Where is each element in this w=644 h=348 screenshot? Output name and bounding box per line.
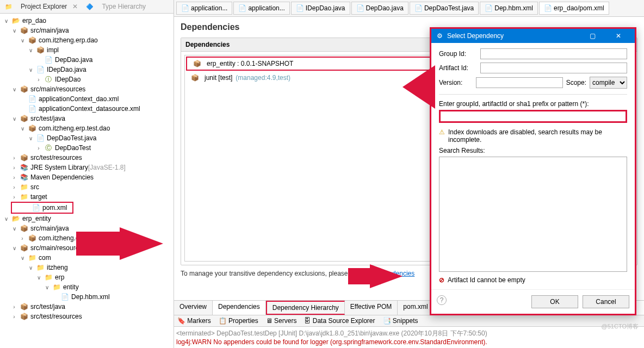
project-explorer-panel: 📁 Project Explorer ✕ 🔷 Type Hierarchy ∨📂… [0,0,174,348]
tree-file-depdaotest-java[interactable]: ∨📄DepDaoTest.java [0,133,174,143]
tree-src-main-java[interactable]: ∨📦src/main/java [0,26,174,35]
tab-project-explorer[interactable]: Project Explorer [21,3,67,10]
sidebar-tabs: 📁 Project Explorer ✕ 🔷 Type Hierarchy [0,0,174,14]
error-text: Artifact Id cannot be empty [448,276,525,284]
console-header: <terminated> DepDaoTest.testDep [JUnit] … [176,329,642,338]
tree-entity-src-test-res[interactable]: ›📦src/test/resources [0,312,174,321]
type-hierarchy-icon: 🔷 [85,2,94,11]
error-icon: ⊘ [439,276,444,284]
jar-icon: 📦 [190,73,199,82]
label-results: Search Results: [439,147,627,154]
eclipse-icon: ⚙ [437,32,443,40]
select-dependency-dialog: ⚙ Select Dependency ▢ ✕ Group Id: Artifa… [430,27,636,315]
tab-application1[interactable]: 📄application... [176,2,232,15]
package-explorer-icon: 📁 [4,2,13,11]
tree-file-pom[interactable]: 📄pom.xml [11,202,73,214]
view-dse[interactable]: 🗄 Data Source Explorer [304,317,375,325]
label-search: Enter groupId, artifactId or sha1 prefix… [439,100,627,108]
warning-text: Index downloads are disabled, search res… [448,128,627,144]
search-input[interactable] [441,111,626,121]
cancel-button[interactable]: Cancel [583,295,629,308]
tree-folder-erp[interactable]: ∨📁erp [0,272,174,282]
btab-dependency-hierarchy[interactable]: Dependency Hierarchy [266,301,345,315]
tab-dep-hbm[interactable]: 📄Dep.hbm.xml [480,2,538,15]
dialog-title-bar[interactable]: ⚙ Select Dependency ▢ ✕ [431,29,635,43]
tab-idepdao[interactable]: 📄IDepDao.java [291,2,350,15]
tree-pkg-dao[interactable]: ∨📦com.itzheng.erp.dao [0,35,174,45]
tree-maven-deps[interactable]: ›📚Maven Dependencies [0,172,174,182]
label-version: Version: [439,79,473,86]
view-markers[interactable]: 🔖 Markers [177,317,211,325]
close-icon[interactable]: ✕ [608,32,629,40]
tree-project-erp-entity[interactable]: ∨📂erp_entity [0,214,174,223]
tree-pkg-impl[interactable]: ∨📦impl [0,45,174,55]
search-results-list[interactable] [439,157,627,272]
tree-file-appctx-ds[interactable]: 📄applicationContext_datasource.xml [0,104,174,114]
tree-file-appctx-dao[interactable]: 📄applicationContext_dao.xml [0,94,174,104]
tree-src-test-java[interactable]: ∨📦src/test/java [0,114,174,123]
tab-type-hierarchy[interactable]: Type Hierarchy [102,3,146,10]
bottom-views-bar: 🔖 Markers 📋 Properties 🖥 Servers 🗄 Data … [174,315,644,326]
console-view: <terminated> DepDaoTest.testDep [JUnit] … [174,326,644,348]
tree-class-depdaotest[interactable]: ›ⒸDepDaoTest [0,143,174,153]
ok-button[interactable]: OK [531,295,578,308]
input-version[interactable] [476,77,563,88]
tab-pom-xml[interactable]: 📄erp_dao/pom.xml [539,2,609,15]
btab-overview[interactable]: Overview [174,301,213,315]
tree-src-test-resources[interactable]: ›📦src/test/resources [0,153,174,163]
input-artifact-id[interactable] [480,63,627,73]
label-artifact-id: Artifact Id: [439,64,477,72]
btab-pom-xml[interactable]: pom.xml [398,301,434,315]
tree-pkg-test-dao[interactable]: ∨📦com.itzheng.erp.test.dao [0,123,174,133]
tree-file-idepdao-java[interactable]: ∨📄IDepDao.java [0,65,174,74]
annotation-arrow-1 [120,227,163,260]
annotation-arrow-2 [370,264,403,288]
tree-folder-target[interactable]: ›📁target [0,192,174,202]
editor-tabs: 📄application... 📄application... 📄IDepDao… [174,0,644,17]
project-tree[interactable]: ∨📂erp_dao ∨📦src/main/java ∨📦com.itzheng.… [0,14,174,348]
tree-jre[interactable]: ›📚JRE System Library [JavaSE-1.8] [0,163,174,172]
view-properties[interactable]: 📋 Properties [219,317,258,325]
tab-depdaotest[interactable]: 📄DepDaoTest.java [410,2,479,15]
tree-file-depdao[interactable]: 📄DepDao.java [0,55,174,65]
tree-src-main-resources[interactable]: ∨📦src/main/resources [0,84,174,94]
select-scope[interactable]: compile [590,77,627,89]
view-servers[interactable]: 🖥 Servers [266,317,297,325]
maximize-icon[interactable]: ▢ [581,32,603,40]
jar-icon: 📦 [193,59,201,68]
help-icon[interactable]: ? [437,295,447,305]
tree-file-dep-hbm[interactable]: 📄Dep.hbm.xml [0,292,174,302]
view-snippets[interactable]: 📑 Snippets [383,317,418,325]
btab-effective-pom[interactable]: Effective POM [345,301,398,315]
tree-project-erp-dao[interactable]: ∨📂erp_dao [0,16,174,26]
dialog-title: Select Dependency [447,32,504,40]
label-group-id: Group Id: [439,50,477,58]
search-input-wrapper [439,110,627,123]
tree-folder-src[interactable]: ›📁src [0,182,174,192]
tab-depdao[interactable]: 📄DepDao.java [351,2,408,15]
tab-application2[interactable]: 📄application... [233,2,289,15]
warning-icon: ⚠ [439,128,445,136]
tree-folder-entity[interactable]: ∨📁entity [0,282,174,292]
btab-dependencies[interactable]: Dependencies [213,301,266,315]
tree-entity-src-test-java[interactable]: ›📦src/test/java [0,302,174,312]
watermark: @51CTO博客 [602,322,639,331]
tree-iface-idepdao[interactable]: ›ⒾIDepDao [0,74,174,84]
console-line: log4j:WARN No appenders could be found f… [176,338,642,346]
tree-folder-itzheng[interactable]: ∨📁itzheng [0,263,174,272]
label-scope: Scope: [566,79,586,86]
input-group-id[interactable] [480,48,627,59]
annotation-arrow-3 [403,65,435,109]
